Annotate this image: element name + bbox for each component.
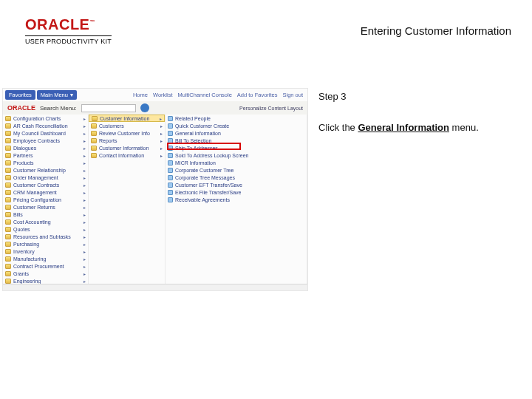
menu-item-label: Order Management bbox=[13, 175, 58, 180]
menu-item-label: Contract Procurement bbox=[13, 264, 64, 269]
top-nav: Favorites Main Menu ▾ Home Worklist Mult… bbox=[3, 89, 307, 101]
col2-item[interactable]: Contact Information▸ bbox=[89, 151, 165, 159]
menu-item-label: Customer Returns bbox=[13, 205, 55, 210]
step-label: Step 3 bbox=[318, 90, 514, 103]
col2-item[interactable]: Reports▸ bbox=[89, 137, 165, 144]
col1-item[interactable]: Employee Contracts▸ bbox=[3, 137, 88, 144]
horizontal-scrollbar[interactable] bbox=[3, 284, 307, 290]
col1-item[interactable]: Customer Returns▸ bbox=[3, 203, 88, 211]
nav-add-fav[interactable]: Add to Favorites bbox=[237, 92, 278, 98]
col3-item[interactable]: MICR Information bbox=[166, 159, 307, 166]
menu-item-label: Engineering bbox=[13, 279, 41, 284]
chevron-right-icon: ▸ bbox=[160, 131, 163, 136]
col1-item[interactable]: Contract Procurement▸ bbox=[3, 262, 88, 270]
col3-item[interactable]: Related People bbox=[166, 115, 307, 122]
col2-item[interactable]: Review Customer Info▸ bbox=[89, 129, 165, 137]
main-menu[interactable]: Main Menu ▾ bbox=[37, 90, 77, 100]
menu-item-label: Cost Accounting bbox=[13, 219, 51, 225]
folder-icon bbox=[5, 138, 11, 143]
menu-item-label: Configuration Charts bbox=[13, 116, 61, 121]
chevron-right-icon: ▸ bbox=[83, 271, 86, 276]
favorites-menu[interactable]: Favorites bbox=[5, 90, 35, 100]
menu-item-label: Contact Information bbox=[99, 153, 144, 158]
col1-item[interactable]: CRM Management▸ bbox=[3, 188, 88, 196]
document-icon bbox=[168, 197, 173, 202]
chevron-right-icon: ▸ bbox=[83, 168, 86, 173]
instruction-text: Click the General Information menu. bbox=[318, 121, 514, 134]
col2-item[interactable]: Customer Information▸ bbox=[89, 144, 165, 151]
col1-item[interactable]: Order Management▸ bbox=[3, 174, 88, 181]
folder-icon bbox=[5, 197, 11, 202]
folder-icon bbox=[5, 205, 11, 210]
col1-item[interactable]: Dialogues▸ bbox=[3, 144, 88, 151]
col3-item[interactable]: Electronic File Transfer/Save bbox=[166, 188, 307, 196]
col1-item[interactable]: Products▸ bbox=[3, 159, 88, 166]
col1-item[interactable]: Quotes▸ bbox=[3, 225, 88, 233]
document-icon bbox=[168, 175, 173, 180]
chevron-down-icon: ▾ bbox=[70, 92, 73, 98]
search-go-icon[interactable] bbox=[140, 103, 149, 112]
nav-mcc[interactable]: MultiChannel Console bbox=[177, 92, 231, 98]
app-logo: ORACLE bbox=[7, 104, 35, 112]
col1-item[interactable]: Purchasing▸ bbox=[3, 240, 88, 248]
col3-item[interactable]: Corporate Tree Messages bbox=[166, 174, 307, 181]
col3-item[interactable]: Quick Customer Create bbox=[166, 122, 307, 129]
chevron-right-icon: ▸ bbox=[83, 123, 86, 129]
col1-item[interactable]: Grants▸ bbox=[3, 270, 88, 277]
col2-item[interactable]: Customer Information▸ bbox=[89, 115, 165, 122]
menu-item-label: Bills bbox=[13, 212, 23, 217]
col3-item[interactable]: General Information bbox=[166, 129, 307, 137]
chevron-right-icon: ▸ bbox=[83, 279, 86, 284]
menu-item-label: Customer EFT Transfer/Save bbox=[175, 183, 242, 188]
folder-icon bbox=[91, 123, 97, 129]
document-icon bbox=[168, 168, 173, 173]
col1-item[interactable]: Customer Relationship▸ bbox=[3, 166, 88, 174]
nav-home[interactable]: Home bbox=[133, 92, 148, 98]
chevron-right-icon: ▸ bbox=[83, 249, 86, 254]
col1-item[interactable]: Configuration Charts▸ bbox=[3, 115, 88, 122]
menu-item-label: Related People bbox=[175, 116, 211, 121]
col1-item[interactable]: Cost Accounting▸ bbox=[3, 218, 88, 225]
col1-item[interactable]: Resources and Subtasks▸ bbox=[3, 233, 88, 240]
nav-signout[interactable]: Sign out bbox=[282, 92, 303, 98]
col1-item[interactable]: Customer Contracts▸ bbox=[3, 181, 88, 188]
chevron-right-icon: ▸ bbox=[83, 146, 86, 151]
chevron-right-icon: ▸ bbox=[160, 123, 163, 129]
chevron-right-icon: ▸ bbox=[83, 205, 86, 210]
folder-icon bbox=[91, 138, 97, 143]
col1-item[interactable]: AR Cash Reconciliation▸ bbox=[3, 122, 88, 129]
col1-item[interactable]: Pricing Configuration▸ bbox=[3, 196, 88, 203]
folder-icon bbox=[5, 234, 11, 239]
menu-item-label: Corporate Tree Messages bbox=[175, 175, 235, 180]
app-screenshot: Favorites Main Menu ▾ Home Worklist Mult… bbox=[2, 88, 308, 291]
col1-item[interactable]: Inventory▸ bbox=[3, 248, 88, 255]
menu-item-label: MICR Information bbox=[175, 160, 216, 166]
menu-item-label: AR Cash Reconciliation bbox=[13, 123, 68, 129]
nav-worklist[interactable]: Worklist bbox=[153, 92, 173, 98]
search-input[interactable] bbox=[81, 104, 136, 112]
menu-item-label: Pricing Configuration bbox=[13, 197, 61, 202]
col1-item[interactable]: Partners▸ bbox=[3, 151, 88, 159]
chevron-right-icon: ▸ bbox=[83, 175, 86, 180]
col3-item[interactable]: Receivable Agreements bbox=[166, 196, 307, 203]
menu-item-label: CRM Management bbox=[13, 190, 57, 195]
document-icon bbox=[168, 183, 173, 188]
chevron-right-icon: ▸ bbox=[83, 264, 86, 269]
chevron-right-icon: ▸ bbox=[83, 190, 86, 195]
chevron-right-icon: ▸ bbox=[83, 116, 86, 121]
chevron-right-icon: ▸ bbox=[83, 256, 86, 262]
col3-item[interactable]: Customer EFT Transfer/Save bbox=[166, 181, 307, 188]
personalize-link[interactable]: Personalize Content Layout bbox=[239, 106, 303, 111]
col3-item[interactable]: Corporate Customer Tree bbox=[166, 166, 307, 174]
col1-item[interactable]: Bills▸ bbox=[3, 211, 88, 218]
col1-item[interactable]: Manufacturing▸ bbox=[3, 255, 88, 262]
menu-item-label: Corporate Customer Tree bbox=[175, 168, 233, 173]
col1-item[interactable]: My Council Dashboard▸ bbox=[3, 129, 88, 137]
menu-item-label: Products bbox=[13, 160, 34, 166]
col2-item[interactable]: Customers▸ bbox=[89, 122, 165, 129]
folder-icon bbox=[5, 264, 11, 269]
folder-icon bbox=[92, 116, 98, 121]
page-title: Entering Customer Information bbox=[361, 24, 511, 37]
menu-item-label: General Information bbox=[175, 131, 221, 136]
col3-item[interactable]: Sold To Address Lookup Screen bbox=[166, 151, 307, 159]
